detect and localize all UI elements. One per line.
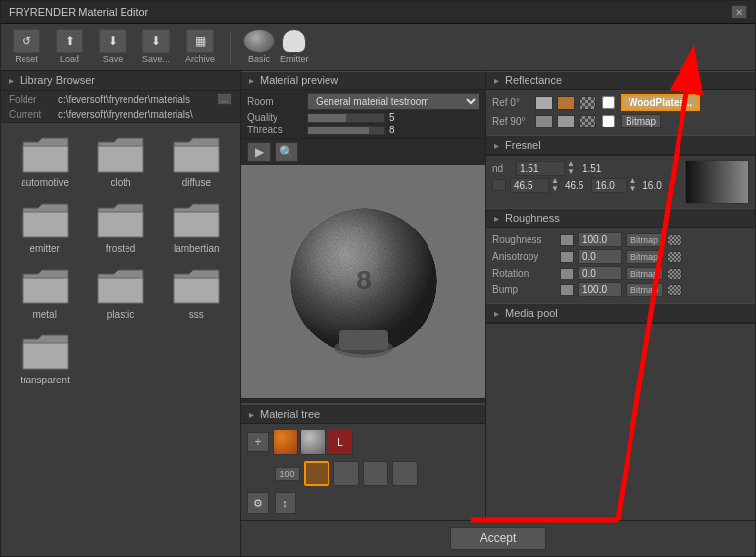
main-toolbar: ↺ Reset ⬆ Load ⬇ Save ⬇ Save... ▦ Archiv… [1,24,755,71]
list-item[interactable]: sss [161,262,232,324]
tree-icon-slot1[interactable] [333,461,359,486]
tree-settings-row: ⚙ ↕ [247,492,479,514]
list-item[interactable]: frosted [84,196,156,258]
folder-label-frosted: frosted [106,243,136,254]
save-button[interactable]: ⬇ Save [95,27,130,66]
fresnel-nd-label: nd [492,163,512,174]
list-item[interactable]: diffuse [161,130,232,192]
close-button[interactable]: ✕ [731,5,747,19]
anisotropy-bitmap-button[interactable]: Bitmap [626,250,663,264]
save-as-button[interactable]: ⬇ Save... [138,27,174,66]
preview-header-icon: ▸ [249,76,254,86]
fresnel-k2-down[interactable]: ▼ [629,185,636,193]
folder-path: c:\feversoft\fryrender\materials [58,94,213,105]
list-item[interactable]: transparent [9,328,80,389]
ref0-checkbox[interactable] [602,96,615,109]
fresnel-k-down[interactable]: ▼ [551,185,559,193]
tree-icon-layer[interactable]: L [328,430,353,455]
folder-label-lambertian: lambertian [174,243,220,254]
tree-num-badge: 100 [275,467,300,481]
threads-slider[interactable] [307,126,385,135]
threads-control-row: Threads 8 [247,125,479,135]
list-item[interactable]: lambertian [161,196,232,258]
emitter-button[interactable]: Emitter [280,29,309,64]
list-item[interactable]: automotive [9,130,80,192]
folder-svg [21,200,70,241]
tree-toolbar: + L [247,430,479,455]
ref90-checkbox[interactable] [602,115,615,127]
ref90-bitmap-button[interactable]: Bitmap [621,114,661,128]
folder-svg [96,134,145,176]
reset-button[interactable]: ↺ Reset [9,27,44,66]
basic-button[interactable]: Basic [243,29,275,64]
fresnel-k-color [492,179,506,191]
rotation-bitmap-button[interactable]: Bitmap [626,267,663,280]
tree-icon-texture[interactable] [304,461,329,486]
tree-add-button[interactable]: + [247,432,269,452]
media-pool-title: Media pool [505,307,558,319]
fresnel-k2-input-group: ▲ ▼ [591,177,636,193]
archive-icon: ▦ [186,29,214,53]
folder-label-sss: sss [189,309,204,320]
quality-value: 5 [389,112,409,123]
folder-label-emitter: emitter [29,243,60,254]
tree-icon-sphere[interactable] [273,430,298,455]
save-as-label: Save... [142,54,170,64]
folder-label-diffuse: diffuse [182,177,211,188]
tree-settings-button[interactable]: ⚙ [247,492,269,514]
folder-label-transparent: transparent [20,375,70,385]
fresnel-nd-value: 1.51 [582,163,601,174]
list-item[interactable]: emitter [9,196,80,258]
ref0-color-box[interactable] [535,96,553,110]
folder-grid: automotive cloth diffuse [1,123,240,556]
fresnel-nd-input[interactable] [516,161,565,176]
reset-icon: ↺ [13,29,40,53]
library-header: ▸ Library Browser [1,71,240,91]
play-button[interactable]: ▶ [247,142,271,162]
save-icon: ⬇ [99,29,126,53]
room-dropdown[interactable]: General material testroom [307,93,479,110]
load-button[interactable]: ⬆ Load [52,27,87,66]
ref0-checker [579,96,596,110]
anisotropy-color [560,251,574,263]
roughness-icon: ▸ [494,213,499,224]
ref90-orange-box[interactable] [557,115,575,128]
room-label: Room [247,96,301,107]
ref0-bitmap-button[interactable]: WoodPlates... [621,94,700,111]
folder-browse-button[interactable]: ... [217,93,232,105]
svg-text:8: 8 [356,265,372,295]
roughness-color [560,234,574,246]
load-icon: ⬆ [56,29,83,53]
tree-extra-button[interactable]: ↕ [275,492,296,514]
list-item[interactable]: metal [9,262,80,324]
basic-emitter-group: Basic Emitter [243,29,309,64]
tree-node-row: L [273,430,353,455]
tree-icon-slot2[interactable] [363,461,388,486]
accept-button[interactable]: Accept [450,527,547,550]
fresnel-k2-input[interactable] [591,178,627,193]
fresnel-content: nd ▲ ▼ 1.51 [492,160,749,204]
tree-icon-material[interactable] [300,430,326,455]
basic-label: Basic [248,54,270,64]
sphere-preview-svg: 8 [285,203,442,360]
fresnel-nd-down[interactable]: ▼ [567,168,575,176]
fresnel-k2-value: 16.0 [642,180,661,191]
folder-label-metal: metal [32,309,56,320]
fresnel-k-input[interactable] [510,178,549,193]
ref90-color-box[interactable] [535,115,553,128]
roughness-bitmap-button[interactable]: Bitmap [626,233,663,247]
archive-button[interactable]: ▦ Archive [181,27,219,66]
list-item[interactable]: plastic [84,262,156,324]
rotation-checker [667,268,682,279]
current-path: c:\feversoft\fryrender\materials\ [58,109,232,120]
quality-slider[interactable] [307,113,385,123]
anisotropy-row: Anisotropy 0.0 Bitmap [492,249,749,264]
tree-icon-slot3[interactable] [392,461,418,486]
ref0-orange-box[interactable] [557,96,575,110]
reset-label: Reset [15,54,38,64]
bump-bitmap-button[interactable]: Bitmap [626,283,663,297]
rotation-value: 0.0 [578,266,622,280]
list-item[interactable]: cloth [84,130,156,192]
search-button[interactable]: 🔍 [275,142,298,162]
bottom-bar: Accept [241,520,755,556]
